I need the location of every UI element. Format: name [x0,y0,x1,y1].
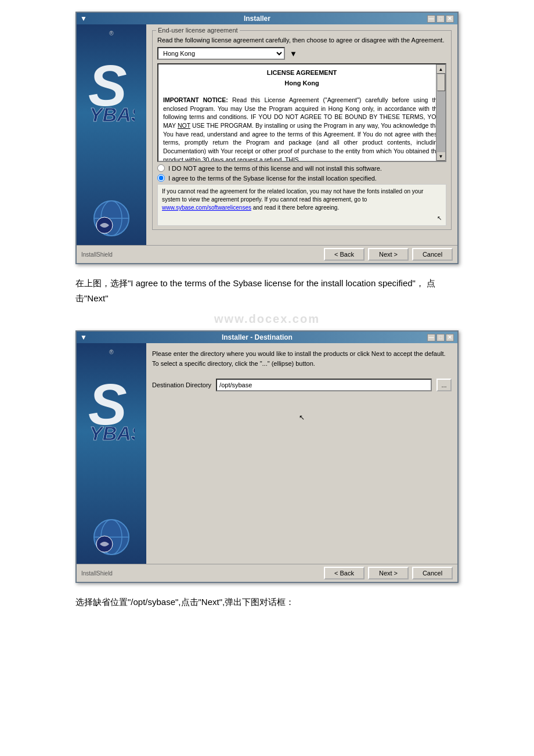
window-controls-2: — □ ✕ [427,334,454,341]
sybase-icon-svg [93,200,131,237]
restore-btn[interactable]: □ [436,15,445,23]
destination-desc: Please enter the directory where you wou… [152,349,452,368]
footer-buttons-1: < Back Next > Cancel [324,248,453,261]
sybase-logo-container: ® S YBASE [85,30,138,128]
license-title: LICENSE AGREEMENT [163,69,441,76]
cursor-indicator: ↖ [162,214,442,222]
section-desc: Read the following license agreement car… [157,37,446,44]
sybase-sidebar-2: ® S YBASE [77,343,146,564]
titlebar-2: ▼ Installer - Destination — □ ✕ [77,332,457,343]
license-section-group: End-user license agreement Read the foll… [152,30,452,230]
radio-disagree-input[interactable] [157,164,165,172]
sybase-icon-svg-2 [93,519,131,556]
svg-text:YBASE: YBASE [89,103,135,125]
close-btn-2[interactable]: ✕ [446,334,454,341]
radio-disagree-label: I DO NOT agree to the terms of this lice… [168,165,382,172]
titlebar-1: ▼ Installer — □ ✕ [77,13,457,24]
notice-after: and read it there before agreeing. [251,204,339,211]
destination-content: Please enter the directory where you wou… [146,343,457,564]
scroll-up-btn[interactable]: ▲ [436,64,446,74]
license-text-inner: LICENSE AGREEMENT Hong Kong IMPORTANT NO… [158,64,445,161]
footer-buttons-2: < Back Next > Cancel [324,567,453,579]
license-body: IMPORTANT NOTICE: Read this License Agre… [163,96,441,161]
cursor-icon: ↖ [299,413,305,422]
next-button-1[interactable]: Next > [368,248,409,261]
sybase-logo-svg: S [85,39,138,109]
sybase-logo-container-2: ® S YBASE [85,349,138,447]
country-dropdown[interactable]: Hong Kong [157,47,285,60]
next-button-2[interactable]: Next > [368,567,409,579]
title-icon: ▼ [80,15,87,23]
section-group-label: End-user license agreement [156,27,240,34]
notice-box: If you cannot read the agreement for the… [157,184,446,226]
radio-agree-input[interactable] [157,174,165,182]
sybase-text-svg-2: YBASE [88,418,135,447]
main-content-1: End-user license agreement Read the foll… [146,24,457,245]
window-title-1: Installer [244,15,270,23]
page-wrapper: ▼ Installer — □ ✕ ® S YBASE [12,12,522,612]
destination-label: Destination Directory [152,381,211,388]
instruction-text-1: 在上图，选择"I agree to the terms of the Sybas… [75,273,459,308]
window-body-1: ® S YBASE [77,24,457,245]
restore-btn-2[interactable]: □ [436,334,445,341]
license-scrollbar[interactable]: ▲ ▼ [436,64,445,161]
window-title-2: Installer - Destination [222,333,293,341]
license-text-box: LICENSE AGREEMENT Hong Kong IMPORTANT NO… [157,63,446,162]
back-button-2[interactable]: < Back [324,567,365,579]
cancel-button-2[interactable]: Cancel [412,567,453,579]
close-btn[interactable]: ✕ [446,15,454,23]
radio-agree[interactable]: I agree to the terms of the Sybase licen… [157,174,446,182]
window-controls-1: — □ ✕ [427,15,454,23]
installshield-label-2: InstallShield [81,570,113,577]
sybase-globe-icon [93,200,131,239]
back-button-1[interactable]: < Back [324,248,365,261]
registered-mark-2: ® [109,349,113,355]
registered-mark: ® [109,30,113,37]
radio-agree-label: I agree to the terms of the Sybase licen… [168,175,377,182]
sybase-sidebar-1: ® S YBASE [77,24,146,245]
installshield-footer-1: InstallShield < Back Next > Cancel [77,245,457,263]
dropdown-row: Hong Kong ▼ [157,47,446,60]
dest-spacer [152,438,452,558]
installshield-label-1: InstallShield [81,251,113,258]
cursor-area: ↖ [152,402,452,433]
minimize-btn-2[interactable]: — [427,334,435,341]
notice-link[interactable]: www.sybase.com/softwarelicenses [162,204,251,211]
watermark: www.docex.com [214,312,320,326]
dropdown-arrow-icon: ▼ [290,49,297,58]
destination-input[interactable] [216,379,432,391]
sybase-logo-svg-2: S [85,358,138,427]
scroll-down-btn[interactable]: ▼ [436,152,446,161]
destination-label-text: Destination Directory [152,381,211,388]
notice-text: If you cannot read the agreement for the… [162,188,423,203]
installer-window-1: ▼ Installer — □ ✕ ® S YBASE [75,12,459,264]
title-icon-2: ▼ [80,333,87,341]
scroll-track[interactable] [436,74,446,152]
installer-window-2: ▼ Installer - Destination — □ ✕ ® S YBAS… [75,330,459,583]
ellipsis-button[interactable]: ... [436,379,452,391]
window-body-2: ® S YBASE [77,343,457,564]
sybase-globe-icon-2 [93,519,131,558]
license-subtitle: Hong Kong [163,80,441,87]
radio-group: I DO NOT agree to the terms of this lice… [157,164,446,182]
instruction-text-2: 选择缺省位置"/opt/sybase",点击"Next",弹出下图对话框： [75,592,459,612]
svg-text:YBASE: YBASE [89,422,135,444]
scroll-thumb[interactable] [437,74,445,91]
sybase-text-svg: YBASE [88,99,135,128]
radio-disagree[interactable]: I DO NOT agree to the terms of this lice… [157,164,446,172]
cancel-button-1[interactable]: Cancel [412,248,453,261]
minimize-btn[interactable]: — [427,15,435,23]
installshield-footer-2: InstallShield < Back Next > Cancel [77,564,457,582]
destination-field-row: Destination Directory ... [152,379,452,391]
